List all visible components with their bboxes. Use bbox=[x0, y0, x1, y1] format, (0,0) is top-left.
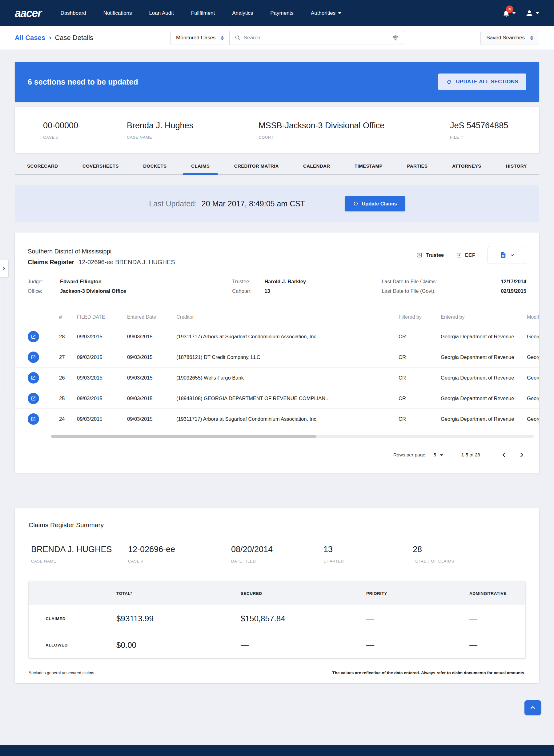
tab-calendar[interactable]: CALENDAR bbox=[299, 163, 334, 174]
tab-dockets[interactable]: DOCKETS bbox=[139, 163, 171, 174]
tab-attorneys[interactable]: ATTORNEYS bbox=[448, 163, 486, 174]
claims-register-title: Claims Register bbox=[28, 259, 74, 265]
side-panel-expander[interactable] bbox=[0, 260, 8, 277]
last-date-claims-value: 12/17/2014 bbox=[501, 277, 526, 286]
trustee-link[interactable]: Trustee bbox=[417, 252, 444, 258]
col-administrative: ADMINISTRATIVE bbox=[469, 591, 525, 596]
chevron-down-icon bbox=[338, 12, 342, 14]
search-scope-select[interactable]: Monitored Cases bbox=[170, 31, 230, 45]
previous-page-button[interactable] bbox=[500, 451, 508, 459]
trustee-label: Trustee: bbox=[232, 277, 264, 286]
trustee-value: Harold J. Barkley bbox=[264, 277, 306, 286]
expand-claim-button[interactable] bbox=[28, 414, 39, 425]
filter-sliders-icon[interactable] bbox=[392, 35, 399, 41]
summary-chapter-field: 13 CHAPTER bbox=[324, 545, 413, 563]
footnote-disclaimer: The values are reflective of the data en… bbox=[332, 671, 525, 675]
main-nav: Dashboard Notifications Loan Audit Fullf… bbox=[61, 10, 342, 16]
open-in-new-icon bbox=[31, 355, 36, 360]
last-updated-label: Last Updated: bbox=[149, 199, 197, 208]
col-modified-by: Modified by bbox=[520, 314, 539, 320]
table-row[interactable]: 24 09/03/2015 09/03/2015 (19311717) Arbo… bbox=[15, 408, 539, 429]
expand-claim-button[interactable] bbox=[28, 331, 39, 342]
update-all-sections-button[interactable]: UPDATE ALL SECTIONS bbox=[438, 73, 526, 90]
claims-register-subtitle: 12-02696-ee BRENDA J. HUGHES bbox=[78, 259, 175, 265]
saved-searches-select[interactable]: Saved Searches bbox=[481, 31, 539, 45]
tab-creditor-matrix[interactable]: CREDITOR MATRIX bbox=[230, 163, 283, 174]
table-row[interactable]: 26 09/03/2015 09/03/2015 (19092655) Well… bbox=[15, 367, 539, 388]
nav-payments[interactable]: Payments bbox=[270, 10, 294, 16]
col-creditor: Creditor bbox=[170, 314, 392, 320]
nav-notifications[interactable]: Notifications bbox=[103, 10, 132, 16]
next-page-button[interactable] bbox=[517, 451, 526, 459]
export-document-button[interactable] bbox=[488, 246, 526, 264]
last-updated-bar: Last Updated: 20 Mar 2017, 8:49:05 am CS… bbox=[15, 185, 539, 223]
nav-authorities[interactable]: Authorities bbox=[311, 10, 342, 16]
table-row[interactable]: 25 09/03/2015 09/03/2015 (18948108) GEOR… bbox=[15, 388, 539, 408]
claims-register-card: Southern District of Mississippi Claims … bbox=[15, 233, 539, 473]
nav-fullfilment[interactable]: Fullfilment bbox=[191, 10, 215, 16]
col-total: TOTAL* bbox=[116, 591, 241, 596]
summary-row-allowed: ALLOWED $0.00 — — — bbox=[29, 632, 525, 658]
last-date-govt-value: 02/19/2015 bbox=[501, 286, 526, 296]
col-secured: SECURED bbox=[241, 591, 366, 596]
expand-claim-button[interactable] bbox=[28, 393, 39, 404]
horizontal-scrollbar[interactable] bbox=[51, 435, 534, 438]
col-filtered-by: Filtered by bbox=[392, 314, 434, 320]
case-info-card: 00-00000 CASE # Brenda J. Hughes CASE NA… bbox=[15, 107, 539, 153]
office-value: Jackson-3 Divisional Office bbox=[60, 286, 126, 296]
chevron-right-icon bbox=[518, 452, 524, 458]
tab-parties[interactable]: PARTIES bbox=[403, 163, 432, 174]
judge-label: Judge: bbox=[28, 277, 60, 286]
nav-loan-audit[interactable]: Loan Audit bbox=[149, 10, 174, 16]
scroll-to-top-button[interactable] bbox=[524, 700, 541, 715]
ecf-link[interactable]: ECF bbox=[456, 252, 475, 258]
claims-register-summary-card: Claims Register Summary BRENDA J. HUGHES… bbox=[15, 508, 539, 683]
claims-table-header: # FILED DATE Entered Date Creditor Filte… bbox=[15, 308, 539, 326]
breadcrumb: All Cases › Case Details bbox=[15, 34, 93, 42]
tab-timestamp[interactable]: TIMESTAMP bbox=[350, 163, 387, 174]
table-row[interactable]: 27 09/03/2015 09/03/2015 (18786121) DT C… bbox=[15, 346, 539, 367]
search-box: Monitored Cases bbox=[170, 31, 404, 45]
tab-scorecard[interactable]: SCORECARD bbox=[23, 163, 62, 174]
last-date-govt-label: Last Date to File (Govt): bbox=[382, 286, 436, 296]
case-number-field: 00-00000 CASE # bbox=[43, 121, 127, 140]
notification-count-badge: 4 bbox=[506, 6, 513, 13]
rows-per-page-select[interactable]: 5 bbox=[433, 452, 444, 458]
exit-to-app-icon bbox=[456, 252, 462, 258]
tab-coversheets[interactable]: COVERSHEETS bbox=[78, 163, 123, 174]
footnote-unsecured: *Includes general unsecured claims bbox=[29, 671, 94, 675]
banner-message: 6 sections need to be updated bbox=[28, 77, 138, 86]
chapter-label: Cahpter: bbox=[232, 286, 264, 296]
case-name-field: Brenda J. Hughes CASE NAME bbox=[127, 121, 259, 140]
update-claims-button[interactable]: Update Claims bbox=[345, 196, 405, 211]
open-in-new-icon bbox=[31, 396, 36, 401]
brand-logo[interactable]: aacer bbox=[15, 7, 42, 20]
summary-case-number-field: 12-02696-ee CASE # bbox=[128, 545, 231, 563]
expand-claim-button[interactable] bbox=[28, 352, 39, 363]
rows-per-page-label: Rows per page: bbox=[393, 452, 427, 458]
select-arrows-icon bbox=[221, 36, 224, 40]
scrollbar-thumb[interactable] bbox=[51, 435, 316, 438]
section-tabs: SCORECARD COVERSHEETS DOCKETS CLAIMS CRE… bbox=[15, 153, 539, 175]
chevron-up-icon bbox=[530, 704, 536, 711]
tab-claims[interactable]: CLAIMS bbox=[187, 163, 214, 174]
tab-history[interactable]: HISTORY bbox=[501, 163, 531, 174]
table-row[interactable]: 28 09/03/2015 09/03/2015 (19311717) Arbo… bbox=[15, 326, 539, 346]
breadcrumb-separator: › bbox=[49, 34, 51, 42]
breadcrumb-bar: All Cases › Case Details Monitored Cases… bbox=[0, 26, 554, 50]
pagination-range: 1-5 of 28 bbox=[461, 452, 480, 458]
claims-table: # FILED DATE Entered Date Creditor Filte… bbox=[15, 308, 539, 429]
nav-analytics[interactable]: Analytics bbox=[232, 10, 253, 16]
search-input[interactable] bbox=[244, 35, 389, 41]
chevron-down-icon bbox=[440, 454, 444, 456]
open-in-new-icon bbox=[31, 375, 36, 380]
notifications-bell-button[interactable]: 4 bbox=[502, 9, 516, 17]
nav-dashboard[interactable]: Dashboard bbox=[61, 10, 86, 16]
refresh-icon bbox=[353, 201, 358, 206]
expand-claim-button[interactable] bbox=[28, 372, 39, 384]
user-menu-button[interactable] bbox=[525, 9, 539, 17]
summary-table: TOTAL* SECURED PRIORITY ADMINISTRATIVE C… bbox=[29, 581, 525, 658]
breadcrumb-all-cases-link[interactable]: All Cases bbox=[15, 34, 45, 42]
user-icon bbox=[525, 9, 534, 17]
select-arrows-icon bbox=[530, 36, 534, 40]
